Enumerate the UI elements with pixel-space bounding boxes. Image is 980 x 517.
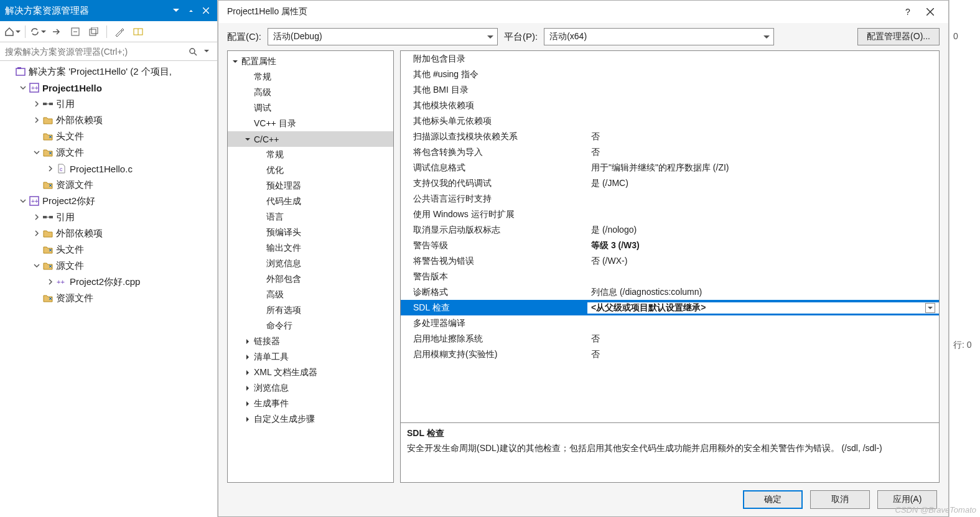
nav-row[interactable]: 语言	[228, 209, 393, 225]
tree-row[interactable]: ++Project2你好.cpp	[0, 274, 217, 290]
property-row[interactable]: 取消显示启动版权标志是 (/nologo)	[401, 222, 939, 238]
twist-icon[interactable]	[256, 213, 264, 221]
nav-row[interactable]: 自定义生成步骤	[228, 411, 393, 427]
tree-row[interactable]: 头文件	[0, 241, 217, 258]
twist-icon[interactable]	[256, 229, 264, 236]
tree-row[interactable]: 解决方案 'Project1Hello' (2 个项目,	[0, 63, 217, 80]
twist-icon[interactable]	[256, 307, 264, 314]
twist-icon[interactable]	[244, 120, 251, 128]
help-button[interactable]: ?	[898, 4, 917, 19]
property-value[interactable]: 是 (/nologo)	[587, 225, 939, 236]
property-value[interactable]: 否	[587, 349, 939, 360]
close-button[interactable]	[921, 4, 940, 19]
property-row[interactable]: 启用模糊支持(实验性)否	[401, 347, 939, 362]
twist-icon[interactable]	[256, 245, 264, 252]
property-row[interactable]: 多处理器编译	[401, 315, 939, 331]
property-value[interactable]: 是 (/JMC)	[587, 178, 939, 189]
nav-row[interactable]: C/C++	[228, 131, 393, 147]
twist-icon[interactable]	[244, 369, 251, 376]
twist-icon[interactable]	[32, 213, 41, 221]
home-button[interactable]	[4, 24, 21, 40]
solution-search-input[interactable]	[4, 46, 186, 57]
nav-row[interactable]: VC++ 目录	[228, 116, 393, 131]
nav-row[interactable]: 浏览信息	[228, 380, 393, 396]
twist-icon[interactable]	[231, 58, 239, 65]
twist-icon[interactable]	[244, 353, 251, 361]
nav-row[interactable]: 命令行	[228, 318, 393, 333]
property-row[interactable]: 启用地址擦除系统否	[401, 331, 939, 347]
property-value[interactable]: 否	[587, 131, 939, 142]
tree-row[interactable]: 引用	[0, 96, 217, 112]
twist-icon[interactable]	[256, 260, 264, 268]
twist-icon[interactable]	[32, 148, 41, 157]
property-value[interactable]: 列信息 (/diagnostics:column)	[587, 287, 939, 298]
twist-icon[interactable]	[256, 151, 264, 159]
nav-row[interactable]: 外部包含	[228, 271, 393, 287]
twist-icon[interactable]	[32, 261, 41, 270]
twist-icon[interactable]	[5, 67, 14, 76]
property-row[interactable]: 将警告视为错误否 (/WX-)	[401, 253, 939, 269]
property-row[interactable]: 其他 #using 指令	[401, 67, 939, 82]
search-dropdown-icon[interactable]	[200, 45, 213, 58]
property-row[interactable]: SDL 检查<从父级或项目默认设置继承>	[401, 300, 939, 315]
twist-icon[interactable]	[46, 277, 55, 286]
solution-search-box[interactable]	[0, 42, 217, 61]
property-row[interactable]: 其他 BMI 目录	[401, 82, 939, 98]
tree-row[interactable]: 源文件	[0, 144, 217, 161]
refresh-button[interactable]	[48, 24, 65, 40]
ok-button[interactable]: 确定	[743, 490, 803, 509]
sync-button[interactable]	[29, 24, 47, 40]
twist-icon[interactable]	[32, 294, 41, 302]
twist-icon[interactable]	[256, 167, 264, 174]
twist-icon[interactable]	[32, 132, 41, 141]
twist-icon[interactable]	[244, 400, 251, 408]
config-select[interactable]: 活动(Debug)	[268, 28, 498, 45]
property-value[interactable]: 等级 3 (/W3)	[587, 240, 939, 251]
property-value[interactable]: <从父级或项目默认设置继承>	[587, 302, 939, 314]
tree-row[interactable]: cProject1Hello.c	[0, 161, 217, 177]
collapse-button[interactable]	[67, 24, 84, 40]
twist-icon[interactable]	[32, 245, 41, 254]
twist-icon[interactable]	[244, 105, 251, 112]
twist-icon[interactable]	[256, 291, 264, 299]
pin-icon[interactable]	[185, 4, 197, 17]
property-value[interactable]: 否 (/WX-)	[587, 256, 939, 267]
nav-row[interactable]: 高级	[228, 85, 393, 100]
nav-row[interactable]: 调试	[228, 100, 393, 116]
tree-row[interactable]: 外部依赖项	[0, 225, 217, 241]
tree-row[interactable]: ++Project2你好	[0, 193, 217, 209]
twist-icon[interactable]	[244, 136, 251, 143]
platform-select[interactable]: 活动(x64)	[544, 28, 774, 45]
twist-icon[interactable]	[32, 180, 41, 189]
nav-row[interactable]: 所有选项	[228, 302, 393, 318]
nav-row[interactable]: 浏览信息	[228, 256, 393, 271]
tree-row[interactable]: 源文件	[0, 258, 217, 274]
nav-row[interactable]: 常规	[228, 69, 393, 85]
tree-row[interactable]: 外部依赖项	[0, 112, 217, 128]
twist-icon[interactable]	[32, 229, 41, 238]
nav-row[interactable]: 链接器	[228, 333, 393, 349]
property-nav-tree[interactable]: 配置属性常规高级调试VC++ 目录C/C++常规优化预处理器代码生成语言预编译头…	[227, 50, 394, 483]
property-row[interactable]: 其他标头单元依赖项	[401, 113, 939, 129]
twist-icon[interactable]	[19, 83, 27, 92]
property-row[interactable]: 诊断格式列信息 (/diagnostics:column)	[401, 284, 939, 300]
property-value[interactable]: 否	[587, 333, 939, 345]
nav-row[interactable]: 预处理器	[228, 178, 393, 193]
config-manager-button[interactable]: 配置管理器(O)...	[857, 28, 940, 45]
nav-row[interactable]: 配置属性	[228, 54, 393, 69]
solution-tree[interactable]: 解决方案 'Project1Hello' (2 个项目,++Project1He…	[0, 61, 217, 517]
close-icon[interactable]	[200, 4, 212, 17]
nav-row[interactable]: 代码生成	[228, 193, 393, 209]
nav-row[interactable]: 清单工具	[228, 349, 393, 365]
nav-row[interactable]: 输出文件	[228, 240, 393, 256]
nav-row[interactable]: 常规	[228, 147, 393, 162]
tree-row[interactable]: 引用	[0, 209, 217, 225]
twist-icon[interactable]	[256, 276, 264, 283]
tree-row[interactable]: 资源文件	[0, 177, 217, 193]
twist-icon[interactable]	[256, 182, 264, 190]
twist-icon[interactable]	[256, 322, 264, 330]
twist-icon[interactable]	[244, 384, 251, 392]
cancel-button[interactable]: 取消	[810, 490, 870, 509]
property-row[interactable]: 将包含转换为导入否	[401, 144, 939, 160]
property-value[interactable]: 否	[587, 147, 939, 158]
